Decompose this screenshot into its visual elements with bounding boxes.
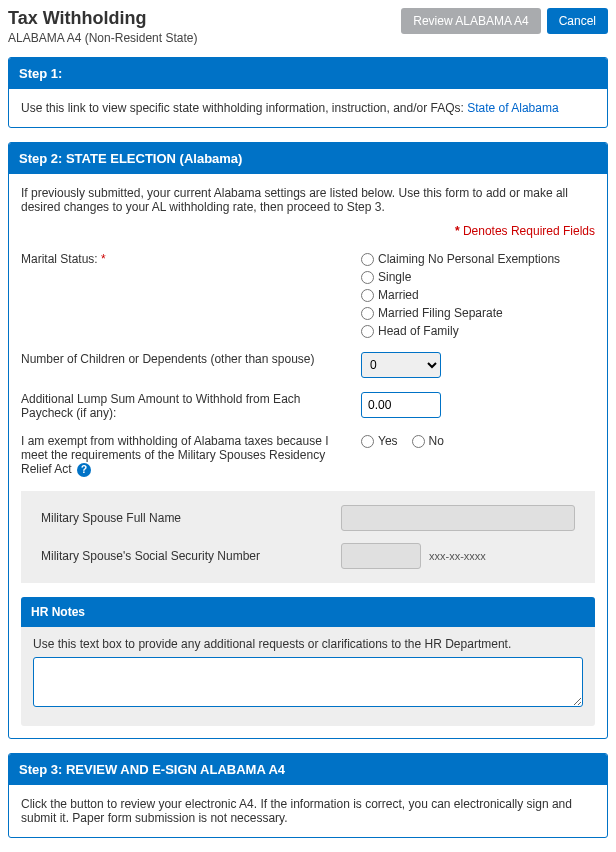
- spouse-ssn-input[interactable]: [341, 543, 421, 569]
- spouse-name-input[interactable]: [341, 505, 575, 531]
- step2-header: Step 2: STATE ELECTION (Alabama): [9, 143, 607, 174]
- marital-option-hof[interactable]: Head of Family: [361, 324, 595, 338]
- step3-text: Click the button to review your electron…: [21, 797, 595, 825]
- exempt-no[interactable]: No: [412, 434, 444, 448]
- marital-status-label: Marital Status: *: [21, 252, 361, 266]
- marital-option-single[interactable]: Single: [361, 270, 595, 284]
- dependents-select[interactable]: 0: [361, 352, 441, 378]
- exempt-yes[interactable]: Yes: [361, 434, 398, 448]
- page-subtitle: ALABAMA A4 (Non-Resident State): [8, 31, 197, 45]
- cancel-button-top[interactable]: Cancel: [547, 8, 608, 34]
- hr-notes-text: Use this text box to provide any additio…: [33, 637, 583, 651]
- state-of-alabama-link[interactable]: State of Alabama: [467, 101, 558, 115]
- marital-option-married[interactable]: Married: [361, 288, 595, 302]
- step3-header: Step 3: REVIEW AND E-SIGN ALABAMA A4: [9, 754, 607, 785]
- lumpsum-input[interactable]: [361, 392, 441, 418]
- hr-notes-header: HR Notes: [21, 597, 595, 627]
- hr-notes-panel: HR Notes Use this text box to provide an…: [21, 597, 595, 726]
- marital-option-none[interactable]: Claiming No Personal Exemptions: [361, 252, 595, 266]
- marital-option-mfs[interactable]: Married Filing Separate: [361, 306, 595, 320]
- step2-intro: If previously submitted, your current Al…: [21, 186, 595, 214]
- review-button-top[interactable]: Review ALABAMA A4: [401, 8, 540, 34]
- ssn-mask: xxx-xx-xxxx: [429, 550, 486, 562]
- lumpsum-label: Additional Lump Sum Amount to Withhold f…: [21, 392, 361, 420]
- step3-panel: Step 3: REVIEW AND E-SIGN ALABAMA A4 Cli…: [8, 753, 608, 838]
- exempt-label: I am exempt from withholding of Alabama …: [21, 434, 361, 477]
- step1-panel: Step 1: Use this link to view specific s…: [8, 57, 608, 128]
- dependents-label: Number of Children or Dependents (other …: [21, 352, 361, 366]
- page-title: Tax Withholding: [8, 8, 197, 29]
- spouse-name-label: Military Spouse Full Name: [41, 511, 341, 525]
- step1-header: Step 1:: [9, 58, 607, 89]
- military-spouse-box: Military Spouse Full Name Military Spous…: [21, 491, 595, 583]
- step2-panel: Step 2: STATE ELECTION (Alabama) If prev…: [8, 142, 608, 739]
- spouse-ssn-label: Military Spouse's Social Security Number: [41, 549, 341, 563]
- help-icon[interactable]: ?: [77, 463, 91, 477]
- step1-text: Use this link to view specific state wit…: [21, 101, 467, 115]
- required-note: * Denotes Required Fields: [21, 224, 595, 238]
- hr-notes-textarea[interactable]: [33, 657, 583, 707]
